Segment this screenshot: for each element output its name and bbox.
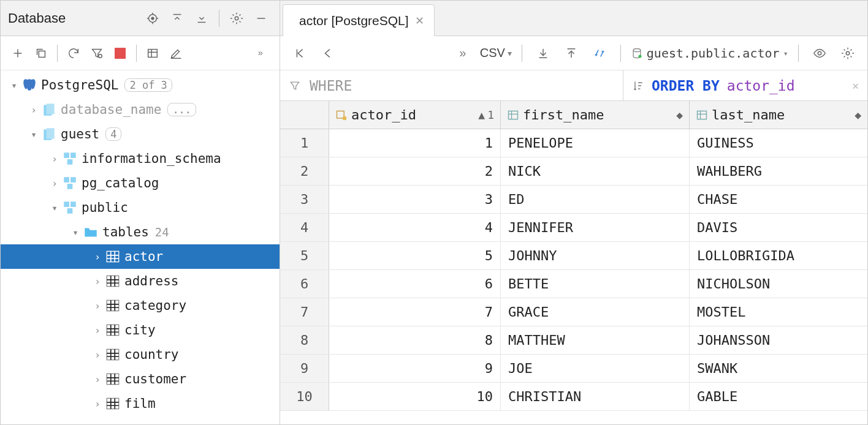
- row-number[interactable]: 6: [280, 270, 329, 298]
- chevron-right-icon[interactable]: ›: [48, 153, 61, 165]
- table-row[interactable]: 88MATTHEWJOHANSSON: [280, 326, 867, 355]
- cell-last-name[interactable]: DAVIS: [690, 214, 867, 241]
- table-row[interactable]: 55JOHNNYLOLLOBRIGIDA: [280, 242, 867, 270]
- cell-first-name[interactable]: ED: [501, 186, 690, 213]
- cell-actor-id[interactable]: 3: [329, 186, 501, 213]
- row-number[interactable]: 3: [280, 186, 329, 213]
- chevron-right-icon[interactable]: ›: [91, 349, 104, 361]
- edit-icon[interactable]: [165, 42, 187, 64]
- row-number[interactable]: 7: [280, 298, 329, 326]
- cell-actor-id[interactable]: 8: [329, 326, 501, 354]
- more-icon[interactable]: »: [251, 42, 273, 64]
- cell-first-name[interactable]: JOE: [501, 355, 690, 382]
- tab-actor[interactable]: actor [PostgreSQL] ✕: [283, 4, 435, 36]
- cell-first-name[interactable]: NICK: [501, 157, 690, 185]
- cell-last-name[interactable]: GUINESS: [690, 129, 867, 157]
- download-icon[interactable]: [532, 42, 554, 64]
- tree-table-country[interactable]: ›country: [1, 342, 280, 367]
- cell-first-name[interactable]: CHRISTIAN: [501, 383, 690, 410]
- row-number[interactable]: 1: [280, 129, 329, 157]
- cell-last-name[interactable]: LOLLOBRIGIDA: [690, 242, 867, 269]
- chevron-down-icon[interactable]: ▾: [48, 202, 61, 214]
- database-tree[interactable]: ▾ PostgreSQL 2 of 3 › database_name ... …: [1, 70, 280, 424]
- collapse-down-icon[interactable]: [191, 7, 213, 29]
- refresh-icon[interactable]: [63, 42, 85, 64]
- table-row[interactable]: 33EDCHASE: [280, 186, 867, 214]
- tree-table-address[interactable]: ›address: [1, 269, 280, 293]
- cell-first-name[interactable]: JOHNNY: [501, 242, 690, 269]
- cell-first-name[interactable]: MATTHEW: [501, 326, 690, 354]
- chevron-right-icon[interactable]: ›: [91, 276, 104, 287]
- prev-page-icon[interactable]: [317, 42, 339, 64]
- tree-schema[interactable]: › pg_catalog: [1, 171, 280, 195]
- table-view-icon[interactable]: [142, 42, 164, 64]
- chevron-right-icon[interactable]: ›: [91, 374, 104, 385]
- cell-actor-id[interactable]: 6: [329, 270, 501, 298]
- tree-table-city[interactable]: ›city: [1, 318, 280, 342]
- cell-last-name[interactable]: GABLE: [690, 383, 867, 410]
- eye-icon[interactable]: [809, 42, 831, 64]
- cell-actor-id[interactable]: 10: [329, 383, 501, 410]
- stop-icon[interactable]: [109, 42, 131, 64]
- export-format-dropdown[interactable]: CSV ▾: [480, 46, 512, 60]
- table-row[interactable]: 99JOESWANK: [280, 355, 867, 383]
- column-header-first-name[interactable]: first_name ◆: [501, 101, 690, 129]
- chevron-down-icon[interactable]: ▾: [8, 80, 20, 91]
- table-row[interactable]: 66BETTENICHOLSON: [280, 270, 867, 298]
- tree-datasource[interactable]: ▾ PostgreSQL 2 of 3: [1, 73, 280, 97]
- filter-wrench-icon[interactable]: [86, 42, 108, 64]
- chevron-right-icon[interactable]: ›: [91, 325, 104, 336]
- sync-icon[interactable]: [588, 42, 611, 64]
- cell-actor-id[interactable]: 1: [329, 129, 501, 157]
- datasource-picker[interactable]: guest.public.actor ▾: [631, 46, 788, 61]
- tree-schema[interactable]: ▾ public: [1, 195, 280, 220]
- row-number[interactable]: 10: [280, 383, 329, 410]
- row-number[interactable]: 4: [280, 214, 329, 241]
- tree-database[interactable]: › database_name ...: [1, 97, 280, 122]
- chevron-down-icon[interactable]: ▾: [69, 227, 82, 238]
- sort-toggle-icon[interactable]: ◆: [676, 108, 683, 121]
- row-number[interactable]: 2: [280, 157, 329, 185]
- order-by-input[interactable]: ORDER BY actor_id ✕: [623, 70, 867, 100]
- chevron-right-icon[interactable]: ›: [48, 178, 61, 189]
- cell-actor-id[interactable]: 2: [329, 157, 501, 185]
- table-row[interactable]: 11PENELOPEGUINESS: [280, 129, 867, 157]
- cell-first-name[interactable]: JENNIFER: [501, 214, 690, 241]
- cell-last-name[interactable]: WAHLBERG: [690, 157, 867, 185]
- chevron-right-icon[interactable]: ›: [91, 251, 104, 263]
- row-number[interactable]: 5: [280, 242, 329, 269]
- tree-schema[interactable]: › information_schema: [1, 146, 280, 171]
- cell-actor-id[interactable]: 9: [329, 355, 501, 382]
- chevron-down-icon[interactable]: ▾: [28, 129, 40, 140]
- cell-last-name[interactable]: SWANK: [690, 355, 867, 382]
- table-row[interactable]: 1010CHRISTIANGABLE: [280, 383, 867, 411]
- first-page-icon[interactable]: [289, 42, 311, 64]
- minimize-icon[interactable]: [250, 7, 272, 29]
- table-row[interactable]: 44JENNIFERDAVIS: [280, 214, 867, 242]
- add-icon[interactable]: [7, 42, 29, 64]
- target-icon[interactable]: [142, 7, 164, 29]
- cell-actor-id[interactable]: 4: [329, 214, 501, 241]
- row-number-header[interactable]: [280, 101, 329, 129]
- ellipsis-badge[interactable]: ...: [167, 103, 196, 116]
- tree-table-actor[interactable]: ›actor: [1, 244, 280, 269]
- sort-toggle-icon[interactable]: ◆: [855, 108, 861, 121]
- cell-last-name[interactable]: CHASE: [690, 186, 867, 213]
- collapse-up-icon[interactable]: [166, 7, 188, 29]
- gear-icon[interactable]: [226, 7, 248, 29]
- tree-database[interactable]: ▾ guest 4: [1, 122, 280, 146]
- table-row[interactable]: 77GRACEMOSTEL: [280, 298, 867, 326]
- cell-last-name[interactable]: MOSTEL: [690, 298, 867, 326]
- grid-body[interactable]: 11PENELOPEGUINESS22NICKWAHLBERG33EDCHASE…: [280, 129, 867, 424]
- table-row[interactable]: 22NICKWAHLBERG: [280, 157, 867, 186]
- where-filter-input[interactable]: WHERE: [280, 70, 623, 100]
- upload-icon[interactable]: [560, 42, 582, 64]
- cell-actor-id[interactable]: 7: [329, 298, 501, 326]
- column-header-last-name[interactable]: last_name ◆: [690, 101, 867, 129]
- tree-table-category[interactable]: ›category: [1, 293, 280, 318]
- chevron-right-icon[interactable]: ›: [91, 398, 104, 410]
- copy-icon[interactable]: [30, 42, 52, 64]
- tree-tables-folder[interactable]: ▾ tables 24: [1, 220, 280, 244]
- close-icon[interactable]: ✕: [415, 14, 424, 28]
- cell-actor-id[interactable]: 5: [329, 242, 501, 269]
